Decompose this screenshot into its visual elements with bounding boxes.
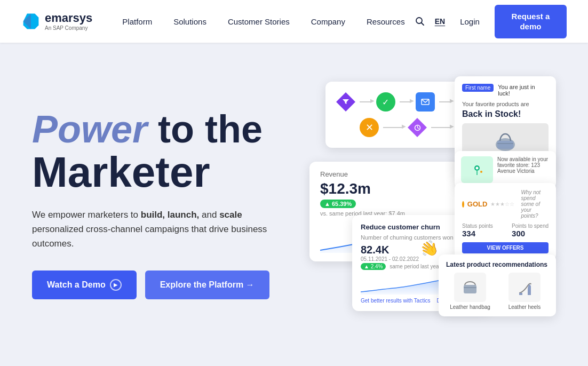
language-selector[interactable]: EN: [435, 17, 445, 26]
gold-stars-icon: ★★★☆☆: [490, 201, 514, 207]
svg-line-3: [421, 23, 424, 26]
revenue-label: Revenue: [320, 170, 448, 178]
nav-platform[interactable]: Platform: [114, 13, 161, 30]
gold-stat2-label: Points to spend: [512, 223, 549, 229]
workflow-check-node: ✓: [376, 92, 395, 112]
hero-buttons: Watch a Demo ▶ Explore the Platform →: [32, 270, 299, 299]
stock-image: [462, 123, 549, 155]
workflow-connector-4: [383, 127, 403, 128]
nav-links: Platform Solutions Customer Stories Comp…: [114, 13, 413, 30]
watch-demo-label: Watch a Demo: [47, 280, 106, 290]
hero-right: ✓ ✕ ✓ Revenue: [309, 66, 556, 343]
workflow-filter-node: [336, 92, 355, 112]
recs-items: Leather handbag Leather heels: [446, 273, 549, 310]
rec-handbag-label: Leather handbag: [446, 304, 494, 310]
explore-platform-button[interactable]: Explore the Platform →: [145, 270, 269, 299]
revenue-amount: $12.3m: [320, 180, 448, 197]
search-button[interactable]: [414, 13, 426, 30]
login-button[interactable]: Login: [454, 13, 486, 30]
gold-stat1-label: Status points: [462, 223, 493, 229]
nav-customer-stories[interactable]: Customer Stories: [219, 13, 298, 30]
stock-body: Your favorite products are: [462, 101, 549, 107]
rec-heels-image: [508, 273, 541, 302]
gold-loyalty-card: GOLD ★★★☆☆ Why not spend some of your po…: [455, 183, 556, 260]
workflow-email-node: [416, 92, 435, 112]
hero-section: Power to the Marketer We empower markete…: [0, 43, 588, 366]
logo[interactable]: emarsys An SAP Company: [21, 12, 92, 31]
gold-stat1-value: 334: [462, 229, 493, 238]
store-text: Now available in your favorite store: 12…: [497, 156, 550, 183]
gold-stat2-value: 300: [512, 229, 549, 238]
brand-name: emarsys: [45, 12, 92, 24]
revenue-badge: ▲ 65.39%: [320, 200, 356, 208]
stock-title: Back in Stock!: [462, 109, 549, 119]
workflow-wait-node: [408, 118, 427, 137]
recs-title: Latest product recommendations: [446, 261, 549, 268]
gold-stats: Status points 334 Points to spend 300: [462, 223, 549, 238]
rec-handbag-image: [454, 273, 486, 302]
view-offers-button[interactable]: VIEW OFFERS: [462, 242, 549, 253]
workflow-connector-5: [431, 127, 451, 128]
nav-solutions[interactable]: Solutions: [165, 13, 215, 30]
nav-company[interactable]: Company: [303, 13, 354, 30]
gold-question: Why not spend some of your points?: [521, 189, 549, 219]
churn-tactics-link[interactable]: Get better results with Tactics: [361, 298, 430, 304]
request-demo-button[interactable]: Request a demo: [495, 5, 567, 38]
store-map-icon: [461, 156, 493, 183]
nav-right: EN Login Request a demo: [414, 5, 567, 38]
hero-title-marketer: Marketer: [32, 150, 299, 195]
explore-platform-label: Explore the Platform →: [160, 280, 255, 290]
churn-number: 82.4K: [361, 244, 389, 256]
rec-item-2: Leather heels: [500, 273, 549, 310]
svg-point-13: [476, 167, 479, 170]
nav-resources[interactable]: Resources: [358, 13, 414, 30]
churn-title: Reduce customer churn: [361, 223, 440, 231]
rec-heels-label: Leather heels: [500, 304, 549, 310]
workflow-x-node: ✕: [360, 118, 379, 137]
gold-dot-icon: [462, 201, 464, 208]
hero-left: Power to the Marketer We empower markete…: [32, 109, 309, 299]
workflow-connector-1: [360, 101, 372, 102]
navbar: emarsys An SAP Company Platform Solution…: [0, 0, 588, 43]
watch-demo-button[interactable]: Watch a Demo ▶: [32, 270, 137, 299]
stock-luck-text: You are just in luck!: [498, 84, 549, 97]
svg-point-14: [480, 171, 482, 173]
workflow-connector-3: [439, 101, 451, 102]
play-icon: ▶: [110, 279, 122, 291]
rec-item-1: Leather handbag: [446, 273, 494, 310]
hero-description: We empower marketers to build, launch, a…: [32, 208, 288, 251]
svg-rect-9: [497, 141, 513, 149]
gold-label: GOLD: [467, 200, 488, 208]
hero-title-rest: to the: [147, 108, 263, 150]
svg-rect-15: [464, 285, 476, 293]
hero-title: Power to the Marketer: [32, 109, 299, 195]
emarsys-logo-icon: [21, 12, 41, 31]
product-recs-card: Latest product recommendations Leather h…: [439, 254, 556, 316]
brand-sub: An SAP Company: [45, 25, 92, 31]
hero-title-power: Power: [32, 108, 147, 150]
handbag-illustration: [492, 126, 519, 153]
churn-badge: ▲ 2.4%: [361, 263, 386, 270]
stock-firstname-tag: First name: [462, 84, 494, 92]
search-icon: [415, 17, 425, 26]
workflow-connector-2: [400, 101, 412, 102]
